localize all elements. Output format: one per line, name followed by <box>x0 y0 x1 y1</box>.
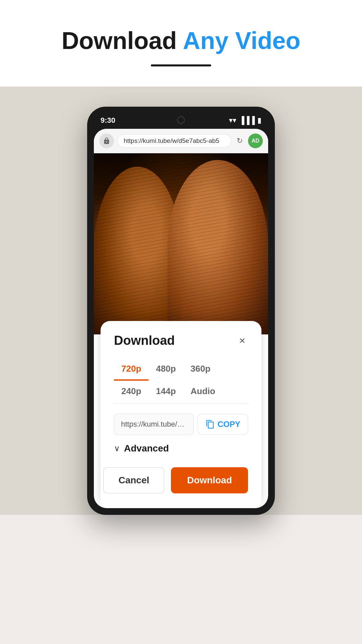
phone-camera <box>177 116 185 124</box>
top-section: Download Any Video <box>0 0 362 87</box>
copy-icon <box>205 420 215 429</box>
battery-icon: ▮ <box>257 116 261 125</box>
signal-icon: ▐▐▐ <box>239 116 255 125</box>
action-buttons: Cancel Download <box>114 467 248 493</box>
tab-240p[interactable]: 240p <box>114 381 148 403</box>
lock-icon <box>99 133 114 148</box>
browser-url[interactable]: https://kumi.tube/w/d5e7abc5-ab5 <box>117 134 231 148</box>
chevron-down-icon: ∨ <box>114 444 120 453</box>
phone-status-icons: ▾▾ ▐▐▐ ▮ <box>229 116 261 125</box>
tab-audio[interactable]: Audio <box>183 381 223 403</box>
headline: Download Any Video <box>62 27 301 54</box>
tab-360p[interactable]: 360p <box>183 358 218 381</box>
quality-tabs-row: 720p 480p 360p 240p 144p Audio <box>114 358 248 404</box>
refresh-icon[interactable]: ↻ <box>235 137 245 145</box>
tab-144p[interactable]: 144p <box>148 381 183 403</box>
headline-part2: Any Video <box>183 27 301 54</box>
advanced-label: Advanced <box>124 443 169 454</box>
download-url-field[interactable]: https://kumi.tube/download/videos/d5e7ab… <box>114 414 194 435</box>
url-input-row: https://kumi.tube/download/videos/d5e7ab… <box>114 414 248 435</box>
phone-frame: 9:30 ▾▾ ▐▐▐ ▮ https://kumi.tube/w/d5e7ab… <box>87 107 275 515</box>
copy-label: COPY <box>218 420 240 429</box>
stripe-overlay <box>94 153 268 334</box>
ad-badge: AD <box>248 133 263 148</box>
phone-inner: https://kumi.tube/w/d5e7abc5-ab5 ↻ AD Do… <box>94 129 268 508</box>
phone-time: 9:30 <box>101 116 115 125</box>
dialog-title: Download <box>114 333 175 348</box>
close-button[interactable]: × <box>236 333 248 348</box>
video-area <box>94 153 268 334</box>
download-dialog: Download × 720p 480p 360p 240p 144p Audi… <box>101 321 261 508</box>
advanced-row[interactable]: ∨ Advanced <box>114 443 248 454</box>
cancel-button[interactable]: Cancel <box>103 467 164 493</box>
tab-720p[interactable]: 720p <box>114 358 148 381</box>
download-button[interactable]: Download <box>171 467 248 493</box>
headline-underline <box>151 64 211 66</box>
phone-area: 9:30 ▾▾ ▐▐▐ ▮ https://kumi.tube/w/d5e7ab… <box>0 87 362 515</box>
wifi-icon: ▾▾ <box>229 116 236 125</box>
browser-bar: https://kumi.tube/w/d5e7abc5-ab5 ↻ AD <box>94 129 268 153</box>
headline-part1: Download <box>62 27 177 54</box>
tab-480p[interactable]: 480p <box>148 358 183 381</box>
dialog-header: Download × <box>114 333 248 348</box>
copy-button[interactable]: COPY <box>198 414 248 435</box>
